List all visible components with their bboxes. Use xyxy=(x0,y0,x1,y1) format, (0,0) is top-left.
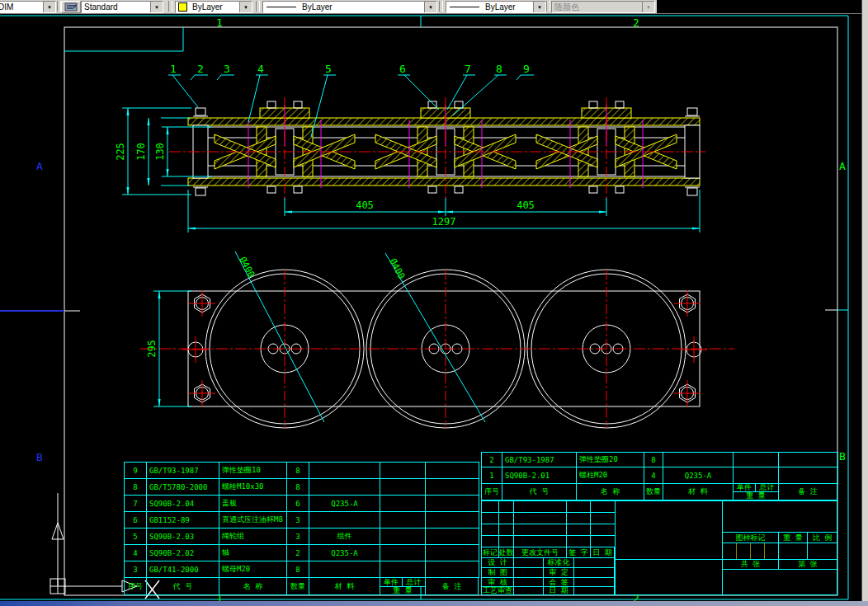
bom-cell-w xyxy=(733,467,779,484)
bom-cell-qty: 8 xyxy=(286,478,309,496)
bom-cell-seq: 6 xyxy=(124,511,147,528)
dim-height-plates: 170 xyxy=(135,143,147,161)
bom-cell-remark xyxy=(425,495,479,512)
company-area xyxy=(722,500,837,533)
bom-cell-w xyxy=(380,462,426,479)
revision-cell xyxy=(513,500,567,513)
title-block: 标记 处数 更改文件号 签 字 日 期 设 计 标准化 制 图 审 定 审 核 … xyxy=(481,500,837,595)
bom-header-remark: 备 注 xyxy=(778,483,837,500)
bom-cell-material: Q235-A xyxy=(663,467,734,484)
window-right-border xyxy=(861,0,868,606)
callout-7: 7 xyxy=(465,63,471,75)
stamp-bottom-area xyxy=(722,569,837,595)
bom-cell-material: 组件 xyxy=(309,528,380,545)
bom-cell-qty: 8 xyxy=(644,452,663,467)
wheel-diameter-label-1: Ø400 xyxy=(237,255,257,280)
revision-cell xyxy=(498,524,514,536)
bom-table-left: 序号 代 号 名 称 数量 材 料 单件 总计 重 量 备 注 9GB/T93-… xyxy=(124,462,479,595)
bom-cell-w xyxy=(380,528,426,545)
bom-cell-code: GB/T41-2000 xyxy=(146,561,219,578)
bom-header-name: 名 称 xyxy=(219,577,287,595)
wheel-diameter-label-2: Ø400 xyxy=(387,256,407,281)
revision-cell xyxy=(513,535,567,547)
bom-cell-code: GB/T93-1987 xyxy=(146,462,219,479)
window-bottom-border xyxy=(0,601,868,606)
bom-header-code: 代 号 xyxy=(502,483,577,500)
rev-header-date: 日 期 xyxy=(590,547,615,558)
stamp-divider xyxy=(736,543,737,559)
cad-application-window: { "toolbar": { "dim_style_value": "DIM",… xyxy=(0,0,868,606)
revision-cell xyxy=(498,500,514,513)
callout-2: 2 xyxy=(197,63,204,75)
stamp-divider xyxy=(764,543,765,559)
sign-label-date: 日 期 xyxy=(543,586,574,595)
rev-header-docno: 更改文件号 xyxy=(513,547,567,558)
stamp-weight-value xyxy=(778,543,808,560)
bom-header-name: 名 称 xyxy=(576,483,644,500)
bom-cell-qty: 6 xyxy=(286,495,309,512)
bom-cell-w xyxy=(380,495,426,512)
bom-cell-name: 盖板 xyxy=(219,495,287,512)
bom-header-code: 代 号 xyxy=(146,577,219,595)
bom-cell-name: 螺母M20 xyxy=(219,561,287,578)
bom-cell-material xyxy=(309,478,380,496)
revision-cell xyxy=(566,512,591,524)
bom-cell-w xyxy=(380,511,426,528)
revision-cell xyxy=(590,535,616,547)
callout-4: 4 xyxy=(257,63,264,75)
bom-cell-seq: 7 xyxy=(124,495,147,512)
bom-cell-remark xyxy=(778,452,838,467)
bom-cell-qty: 3 xyxy=(286,528,309,545)
bom-header-material: 材 料 xyxy=(309,577,380,595)
dim-span-2: 405 xyxy=(517,200,535,211)
revision-cell xyxy=(566,535,591,547)
bom-cell-name: 绳轮组 xyxy=(219,528,287,545)
stamp-mark-header: 图样标记 xyxy=(722,532,779,543)
zone-letter-right-b: B xyxy=(839,450,846,463)
bom-cell-material: Q235-A xyxy=(309,544,380,561)
revision-cell xyxy=(566,500,591,513)
bom-cell-seq: 2 xyxy=(481,452,502,467)
rev-header-count: 处数 xyxy=(498,547,514,558)
drawing-title-area xyxy=(615,500,723,560)
bom-cell-qty: 2 xyxy=(286,544,309,561)
bom-table-right: 序号 代 号 名 称 数量 材 料 单件 总计 重 量 备 注 2GB/T93-… xyxy=(481,452,837,500)
revision-cell xyxy=(590,500,616,513)
bom-header-seq: 序号 xyxy=(481,483,502,500)
sign-label-process: 工艺审查 xyxy=(481,586,514,595)
revision-cell xyxy=(513,512,567,524)
bom-cell-material xyxy=(309,462,380,479)
bom-cell-w xyxy=(380,478,426,496)
bom-cell-material xyxy=(663,452,734,467)
bom-header-material: 材 料 xyxy=(663,483,734,500)
bom-cell-code: SQ90B-2.03 xyxy=(146,528,219,545)
bom-cell-material: Q235-A xyxy=(309,495,380,512)
stamp-weight-header: 重 量 xyxy=(778,532,808,543)
bom-cell-code: GB/T5780-2000 xyxy=(146,478,219,496)
bom-header-remark: 备 注 xyxy=(425,577,479,595)
bom-cell-remark xyxy=(425,511,479,528)
bom-cell-name: 螺栓M10x30 xyxy=(219,478,287,496)
revision-cell xyxy=(498,512,514,524)
bom-header-qty: 数量 xyxy=(286,577,309,595)
plan-view: Ø400 Ø400 xyxy=(140,251,734,428)
revision-cell xyxy=(481,535,499,547)
bom-cell-material xyxy=(309,511,380,528)
callout-1: 1 xyxy=(170,63,177,75)
bom-cell-code: GB1152-89 xyxy=(146,511,219,528)
stamp-divider xyxy=(750,543,751,559)
revision-cell xyxy=(481,524,499,536)
bom-cell-code: SQ90B-2.02 xyxy=(146,544,219,561)
revision-cell xyxy=(566,524,591,536)
bom-cell-qty: 4 xyxy=(644,467,663,484)
rev-header-sign: 签 字 xyxy=(566,547,591,558)
bom-cell-w xyxy=(380,544,426,561)
sign-blank xyxy=(573,586,615,595)
bom-cell-seq: 4 xyxy=(124,544,147,561)
bom-cell-seq: 9 xyxy=(124,462,147,479)
bom-cell-code: GB/T93-1987 xyxy=(502,452,577,467)
stamp-scale-header: 比 例 xyxy=(807,532,837,543)
bom-cell-remark xyxy=(425,528,479,545)
bom-header-qty: 数量 xyxy=(644,483,663,500)
bom-header-weight: 重 量 xyxy=(733,491,779,500)
